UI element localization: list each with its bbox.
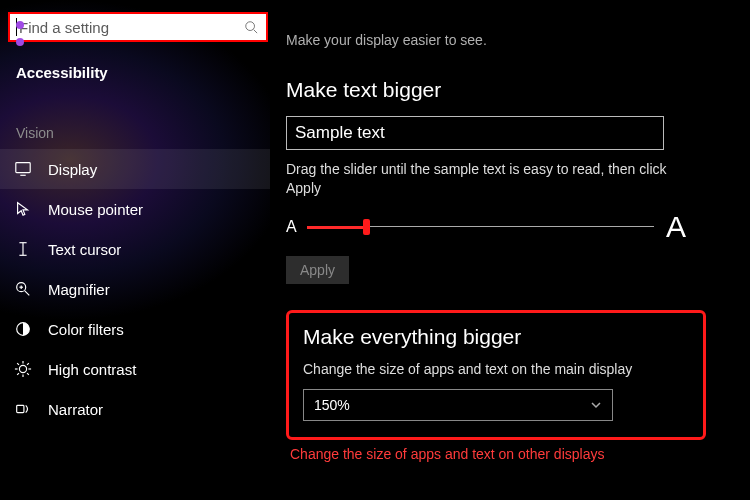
slider-label-small: A [286,218,297,236]
scale-dropdown[interactable]: 150% [303,389,613,421]
svg-point-12 [19,365,26,372]
sidebar-section-label: Vision [0,89,270,149]
text-size-slider-row: A A [286,210,686,244]
svg-rect-2 [16,163,30,173]
heading-make-everything-bigger: Make everything bigger [303,325,689,349]
search-container: Find a setting [0,0,270,48]
slider-filled-track [307,226,367,229]
slider-thumb[interactable] [363,219,370,235]
sample-text-box: Sample text [286,116,664,150]
make-everything-bigger-section: Make everything bigger Change the size o… [286,310,706,440]
text-cursor-icon [14,240,32,258]
sidebar: Find a setting Accessibility Vision Disp… [0,0,270,500]
sidebar-item-mouse-pointer[interactable]: Mouse pointer [0,189,270,229]
sidebar-item-label: Color filters [48,321,124,338]
sidebar-item-label: Display [48,161,97,178]
sidebar-title: Accessibility [0,48,270,89]
highlight-dot [16,21,24,29]
other-displays-link[interactable]: Change the size of apps and text on othe… [290,446,722,462]
slider-label-big: A [666,210,686,244]
display-icon [14,160,32,178]
sidebar-item-label: Narrator [48,401,103,418]
apply-button[interactable]: Apply [286,256,349,284]
sidebar-item-color-filters[interactable]: Color filters [0,309,270,349]
text-size-slider[interactable] [307,225,654,229]
mouse-pointer-icon [14,200,32,218]
sidebar-item-narrator[interactable]: Narrator [0,389,270,429]
sidebar-item-label: Text cursor [48,241,121,258]
magnifier-icon [14,280,32,298]
svg-line-1 [254,30,258,34]
svg-line-19 [17,373,19,375]
sidebar-item-label: Magnifier [48,281,110,298]
everything-bigger-description: Change the size of apps and text on the … [303,361,689,377]
narrator-icon [14,400,32,418]
slider-empty-track [367,226,654,227]
sidebar-item-magnifier[interactable]: Magnifier [0,269,270,309]
search-icon [244,20,258,34]
svg-rect-21 [17,405,24,412]
svg-line-20 [27,363,29,365]
search-input[interactable]: Find a setting [8,12,268,42]
svg-line-8 [25,291,30,296]
sidebar-item-label: Mouse pointer [48,201,143,218]
svg-point-0 [246,22,255,31]
sidebar-item-display[interactable]: Display [0,149,270,189]
high-contrast-icon [14,360,32,378]
highlight-dot [16,38,24,46]
svg-line-17 [17,363,19,365]
sidebar-item-high-contrast[interactable]: High contrast [0,349,270,389]
heading-make-text-bigger: Make text bigger [286,78,722,102]
intro-text: Make your display easier to see. [286,32,722,48]
scale-dropdown-value: 150% [314,397,350,413]
chevron-down-icon [590,399,602,411]
sidebar-item-text-cursor[interactable]: Text cursor [0,229,270,269]
color-filters-icon [14,320,32,338]
slider-instruction: Drag the slider until the sample text is… [286,160,686,198]
main-content: Make your display easier to see. Make te… [270,0,750,500]
sidebar-item-label: High contrast [48,361,136,378]
search-placeholder: Find a setting [19,19,109,36]
svg-line-18 [27,373,29,375]
